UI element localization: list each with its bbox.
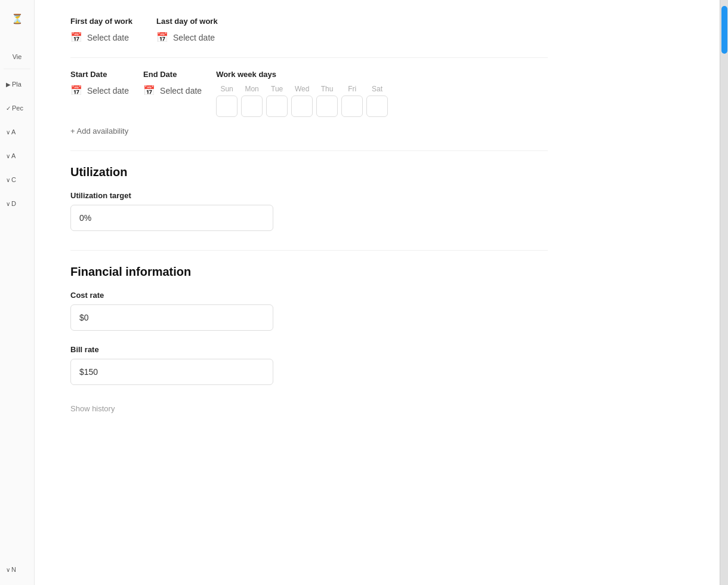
sidebar-item-pec: Pec [12,104,23,112]
sidebar-section-pec[interactable]: ✓ Pec [0,97,34,119]
sidebar-section-a1[interactable]: ∨ A [0,121,34,143]
day-checkbox-sun[interactable] [216,96,237,117]
start-date-field: Start Date 📅 Select date [70,70,129,96]
divider-1 [70,150,548,151]
add-availability-button[interactable]: + Add availability [70,127,128,136]
last-day-picker[interactable]: 📅 Select date [156,32,218,43]
sidebar-item-vie[interactable]: Vie [0,45,34,69]
utilization-target-label: Utilization target [70,191,548,200]
first-day-field: First day of work 📅 Select date [70,17,132,43]
day-label-thu: Thu [321,85,334,93]
add-availability-label: + Add availability [70,127,128,136]
utilization-target-field: Utilization target [70,191,548,231]
calendar-icon-end: 📅 [143,85,155,96]
right-scrollbar[interactable] [720,0,728,585]
cost-rate-label: Cost rate [70,291,548,300]
sidebar-item-label: Vie [13,53,22,60]
day-checkbox-wed[interactable] [291,96,313,117]
work-week-section: Work week days Sun Mon [216,70,388,117]
bill-rate-label: Bill rate [70,345,548,354]
last-day-field: Last day of work 📅 Select date [156,17,218,43]
sidebar-icon-hourglass[interactable]: ⏳ [0,5,34,33]
day-fri: Fri [341,85,363,117]
day-label-sun: Sun [220,85,233,93]
sidebar-item-c: C [11,176,16,183]
day-checkbox-tue[interactable] [266,96,288,117]
divider-2 [70,250,548,251]
sidebar-section-a2[interactable]: ∨ A [0,145,34,167]
show-history-button[interactable]: Show history [70,404,115,413]
first-day-label: First day of work [70,17,132,26]
days-row: Sun Mon Tue [216,85,388,117]
sidebar-section-pla[interactable]: ▶ Pla [0,73,34,95]
end-date-picker[interactable]: 📅 Select date [143,85,202,96]
main-content: First day of work 📅 Select date Last day… [35,0,720,585]
work-week-label: Work week days [216,70,388,79]
financial-title: Financial information [70,265,548,279]
day-sun: Sun [216,85,237,117]
first-day-picker[interactable]: 📅 Select date [70,32,132,43]
end-date-label: End Date [143,70,202,79]
end-date-placeholder: Select date [160,86,202,96]
sidebar-item-a1: A [11,128,16,136]
day-sat: Sat [366,85,388,117]
left-nav-panel: ⏳ Vie ▶ Pla ✓ Pec ∨ A ∨ A ∨ C ∨ D ∨ N [0,0,35,585]
first-last-day-row: First day of work 📅 Select date Last day… [70,12,548,43]
utilization-title: Utilization [70,165,548,179]
day-checkbox-thu[interactable] [316,96,338,117]
calendar-icon-last: 📅 [156,32,168,43]
bill-rate-input[interactable] [70,359,273,385]
cost-rate-group: Cost rate [70,291,548,331]
sidebar-section-n[interactable]: ∨ N [0,559,34,580]
calendar-icon-first: 📅 [70,32,82,43]
end-date-field: End Date 📅 Select date [143,70,202,96]
start-date-placeholder: Select date [87,86,129,96]
last-day-label: Last day of work [156,17,218,26]
sidebar-section-c[interactable]: ∨ C [0,169,34,190]
calendar-icon-start: 📅 [70,85,82,96]
start-date-label: Start Date [70,70,129,79]
show-history-label: Show history [70,404,115,413]
availability-row: Start Date 📅 Select date End Date 📅 Sele… [70,70,548,117]
day-label-fri: Fri [348,85,356,93]
day-label-wed: Wed [295,85,309,93]
day-label-tue: Tue [271,85,283,93]
first-day-placeholder: Select date [87,33,129,42]
utilization-section: Utilization Utilization target [70,165,548,231]
bill-rate-group: Bill rate [70,345,548,385]
form-panel: First day of work 📅 Select date Last day… [35,0,572,438]
sidebar-item-a2: A [11,152,16,159]
utilization-target-input[interactable] [70,205,273,231]
day-tue: Tue [266,85,288,117]
day-checkbox-fri[interactable] [341,96,363,117]
sidebar-item-pla: Pla [12,81,21,88]
availability-section: Start Date 📅 Select date End Date 📅 Sele… [70,57,548,136]
cost-rate-input[interactable] [70,304,273,331]
day-mon: Mon [241,85,263,117]
day-checkbox-mon[interactable] [241,96,263,117]
day-wed: Wed [291,85,313,117]
sidebar-item-d: D [11,200,16,207]
sidebar-item-n: N [11,566,16,573]
day-checkbox-sat[interactable] [366,96,388,117]
scrollbar-thumb[interactable] [721,6,727,54]
financial-section: Financial information Cost rate Bill rat… [70,265,548,414]
day-thu: Thu [316,85,338,117]
last-day-placeholder: Select date [173,33,215,42]
start-date-picker[interactable]: 📅 Select date [70,85,129,96]
day-label-mon: Mon [245,85,258,93]
hourglass-icon: ⏳ [11,13,23,24]
day-label-sat: Sat [372,85,382,93]
sidebar-section-d[interactable]: ∨ D [0,193,34,214]
